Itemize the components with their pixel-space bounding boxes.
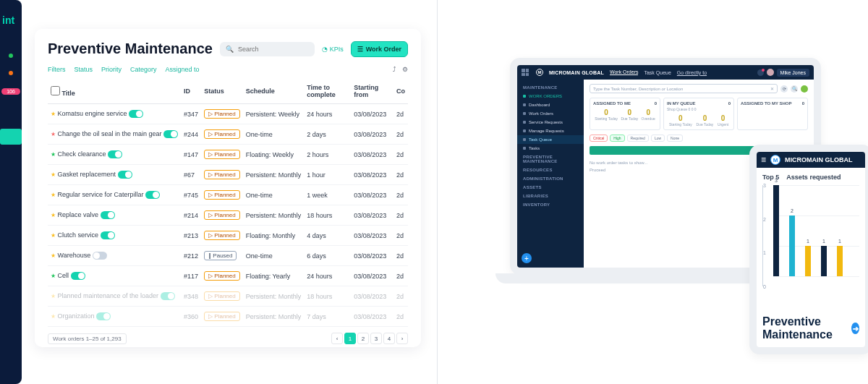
chip-low[interactable]: Low bbox=[651, 135, 665, 142]
enable-toggle[interactable] bbox=[108, 150, 122, 158]
star-icon[interactable]: ★ bbox=[51, 273, 56, 279]
arrow-right-icon[interactable]: ➔ bbox=[851, 323, 859, 334]
side-hdr-libraries[interactable]: LIBRARIES bbox=[517, 192, 584, 200]
table-row[interactable]: ★ Regular service for Caterpillar #745▷ … bbox=[48, 185, 408, 205]
star-icon[interactable]: ★ bbox=[51, 131, 56, 137]
table-row[interactable]: ★ Planned maintenance of the loader #348… bbox=[48, 286, 408, 307]
side-hdr-preventive-maintenance[interactable]: PREVENTIVE MAINTENANCE bbox=[517, 153, 584, 166]
gauge-icon: ◔ bbox=[322, 46, 328, 53]
table-row[interactable]: ★ Change the oil seal in the main gear #… bbox=[48, 124, 408, 145]
col-schedule[interactable]: Schedule bbox=[243, 79, 305, 104]
side-item-task-queue[interactable]: Task Queue bbox=[517, 135, 584, 144]
page-›[interactable]: › bbox=[396, 333, 408, 344]
bar-1: 2 bbox=[789, 216, 795, 276]
pm-card: Preventive Maintenance 🔍 ◔ KPIs ☰ Work O… bbox=[35, 29, 421, 347]
chip-none[interactable]: None bbox=[667, 135, 683, 142]
chip-high[interactable]: High bbox=[610, 135, 624, 142]
table-row[interactable]: ★ Clutch service #213▷ PlannedFloating: … bbox=[48, 226, 408, 246]
col-id[interactable]: ID bbox=[181, 79, 201, 104]
side-hdr-administration[interactable]: ADMINISTRATION bbox=[517, 174, 584, 183]
filter-priority[interactable]: Priority bbox=[101, 66, 122, 73]
page-4[interactable]: 4 bbox=[383, 333, 395, 344]
star-icon[interactable]: ★ bbox=[51, 313, 56, 320]
side-item-service-requests[interactable]: Service Requests bbox=[517, 118, 584, 127]
select-all-checkbox[interactable] bbox=[51, 86, 60, 95]
new-work-order-button[interactable]: ☰ Work Order bbox=[351, 41, 408, 57]
nav-task-queue[interactable]: Task Queue bbox=[644, 70, 671, 75]
side-hdr-resources[interactable]: RESOURCES bbox=[517, 166, 584, 174]
chip-required[interactable]: Required bbox=[627, 135, 649, 142]
enable-toggle[interactable] bbox=[93, 252, 107, 260]
enable-toggle[interactable] bbox=[161, 292, 175, 300]
gear-icon[interactable]: ⚙ bbox=[402, 66, 408, 73]
sidebar-dot-icon[interactable] bbox=[9, 71, 13, 75]
col-co[interactable]: Co bbox=[393, 79, 408, 104]
sidebar-dot-icon[interactable] bbox=[9, 54, 13, 58]
page-‹[interactable]: ‹ bbox=[331, 333, 343, 344]
user-name[interactable]: Mike Jones bbox=[777, 69, 809, 77]
mm-search-input[interactable]: Type the Task Number, Description or Loc… bbox=[590, 84, 778, 93]
export-icon[interactable]: ⤴ bbox=[393, 66, 396, 73]
status-pill: ▷ Planned bbox=[204, 231, 240, 240]
star-icon[interactable]: ★ bbox=[51, 192, 56, 198]
page-3[interactable]: 3 bbox=[370, 333, 382, 344]
goto-link[interactable]: Go directly to bbox=[677, 70, 707, 75]
table-row[interactable]: ★ Komatsu engine service #347▷ PlannedPe… bbox=[48, 104, 408, 124]
enable-toggle[interactable] bbox=[101, 211, 115, 219]
star-icon[interactable]: ★ bbox=[51, 252, 56, 259]
avatar[interactable] bbox=[767, 69, 774, 76]
col-status[interactable]: Status bbox=[201, 79, 243, 104]
enable-toggle[interactable] bbox=[163, 130, 178, 138]
star-icon[interactable]: ★ bbox=[51, 232, 56, 239]
side-item-dashboard[interactable]: Dashboard bbox=[517, 101, 584, 109]
table-row[interactable]: ★ Check clearance #147▷ PlannedFloating:… bbox=[48, 145, 408, 165]
enable-toggle[interactable] bbox=[145, 191, 160, 199]
star-icon[interactable]: ★ bbox=[51, 111, 56, 117]
filter-assigned to[interactable]: Assigned to bbox=[166, 66, 200, 73]
filter-status[interactable]: Status bbox=[75, 66, 93, 73]
col-title[interactable]: Title bbox=[48, 79, 181, 104]
side-item-manage-requests[interactable]: Manage Requests bbox=[517, 127, 584, 135]
table-row[interactable]: ★ Cell #117▷ PlannedFloating: Yearly24 h… bbox=[48, 266, 408, 286]
sidebar-active-tab[interactable] bbox=[0, 129, 22, 145]
side-item-tasks[interactable]: Tasks bbox=[517, 144, 584, 153]
side-hdr-work-orders[interactable]: WORK ORDERS bbox=[517, 92, 584, 101]
side-item-work-orders[interactable]: Work Orders bbox=[517, 109, 584, 118]
tablet-pm-label[interactable]: Preventive Maintenance bbox=[762, 315, 851, 341]
clear-icon[interactable]: ✕ bbox=[770, 86, 774, 91]
table-row[interactable]: ★ Organization #360▷ PlannedPersistent: … bbox=[48, 307, 408, 327]
page-2[interactable]: 2 bbox=[357, 333, 369, 344]
side-hdr-inventory[interactable]: INVENTORY bbox=[517, 200, 584, 209]
status-pill: ▷ Planned bbox=[204, 170, 240, 179]
side-hdr-maintenance: MAINTENANCE bbox=[517, 83, 584, 92]
filter-category[interactable]: Category bbox=[130, 66, 157, 73]
star-icon[interactable]: ★ bbox=[51, 293, 56, 299]
star-icon[interactable]: ★ bbox=[51, 151, 56, 158]
search-go-icon[interactable]: 🔍 bbox=[791, 85, 798, 93]
enable-toggle[interactable] bbox=[71, 272, 85, 280]
bell-icon[interactable] bbox=[757, 69, 764, 76]
nav-work-orders[interactable]: Work Orders bbox=[610, 69, 639, 75]
hamburger-icon[interactable]: ≡ bbox=[761, 155, 766, 165]
page-1[interactable]: 1 bbox=[344, 333, 356, 344]
enable-toggle[interactable] bbox=[96, 312, 111, 320]
filter-filters[interactable]: Filters bbox=[48, 66, 66, 73]
side-hdr-assets[interactable]: ASSETS bbox=[517, 183, 584, 192]
table-row[interactable]: ★ Gasket replacement #67▷ PlannedPersist… bbox=[48, 165, 408, 185]
enable-toggle[interactable] bbox=[101, 231, 115, 239]
col-time-to-complete[interactable]: Time to complete bbox=[304, 79, 351, 104]
refresh-icon[interactable]: ⟳ bbox=[780, 85, 788, 93]
add-button[interactable]: + bbox=[522, 253, 532, 263]
search-input-wrap[interactable]: 🔍 bbox=[220, 42, 315, 56]
chip-critical[interactable]: Critical bbox=[590, 135, 608, 142]
table-row[interactable]: ★ Warehouse #212‖ PausedOne-time6 days03… bbox=[48, 246, 408, 266]
search-input[interactable] bbox=[238, 46, 309, 53]
table-row[interactable]: ★ Replace valve #214▷ PlannedPersistent:… bbox=[48, 205, 408, 226]
kpi-link[interactable]: ◔ KPIs bbox=[322, 46, 344, 53]
enable-toggle[interactable] bbox=[118, 171, 132, 179]
col-starting-from[interactable]: Starting from bbox=[351, 79, 393, 104]
enable-toggle[interactable] bbox=[129, 110, 143, 118]
star-icon[interactable]: ★ bbox=[51, 171, 56, 178]
star-icon[interactable]: ★ bbox=[51, 212, 56, 218]
apps-grid-icon[interactable] bbox=[522, 69, 529, 76]
